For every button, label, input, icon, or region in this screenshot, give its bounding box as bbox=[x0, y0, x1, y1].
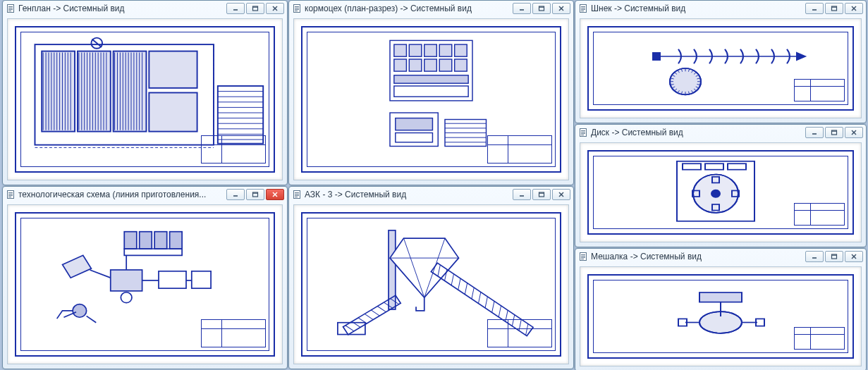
maximize-button[interactable] bbox=[825, 127, 843, 138]
maximize-button[interactable] bbox=[532, 3, 551, 14]
svg-rect-73 bbox=[439, 59, 452, 71]
child-window-w4[interactable]: технологическая схема (линия приготовлен… bbox=[2, 186, 288, 369]
document-icon bbox=[292, 4, 302, 13]
child-window-w7[interactable]: Мешалка -> Системный вид bbox=[575, 248, 867, 370]
svg-rect-72 bbox=[424, 59, 437, 71]
maximize-button[interactable] bbox=[246, 3, 264, 14]
client-area[interactable] bbox=[7, 18, 283, 180]
minimize-button[interactable] bbox=[805, 127, 824, 138]
titlebar[interactable]: Мешалка -> Системный вид bbox=[575, 249, 866, 264]
document-icon bbox=[578, 252, 588, 261]
close-button[interactable] bbox=[845, 251, 863, 262]
drawing-sheet bbox=[15, 26, 275, 173]
svg-line-141 bbox=[559, 192, 563, 197]
maximize-button[interactable] bbox=[825, 251, 843, 262]
client-area[interactable] bbox=[7, 204, 283, 364]
titlebar[interactable]: Шнек -> Системный вид bbox=[575, 1, 866, 16]
title-block bbox=[201, 135, 266, 164]
document-icon bbox=[292, 190, 302, 199]
window-controls bbox=[805, 3, 863, 14]
svg-rect-66 bbox=[409, 44, 422, 56]
title-block bbox=[487, 319, 552, 347]
client-area[interactable] bbox=[293, 204, 569, 364]
svg-rect-65 bbox=[394, 44, 407, 56]
window-title: Мешалка -> Системный вид bbox=[591, 252, 802, 261]
svg-rect-128 bbox=[140, 232, 152, 249]
minimize-button[interactable] bbox=[513, 3, 531, 14]
maximize-button[interactable] bbox=[825, 3, 843, 14]
minimize-button[interactable] bbox=[226, 189, 245, 200]
drawing-frame bbox=[20, 218, 269, 351]
window-controls bbox=[805, 127, 863, 138]
svg-rect-70 bbox=[394, 59, 407, 71]
svg-line-173 bbox=[852, 130, 856, 135]
close-button[interactable] bbox=[845, 3, 863, 14]
close-button[interactable] bbox=[845, 127, 863, 138]
titlebar[interactable]: кормоцех (план-разрез) -> Системный вид bbox=[289, 1, 573, 16]
svg-line-62 bbox=[559, 6, 563, 11]
client-area[interactable] bbox=[580, 142, 862, 242]
client-area[interactable] bbox=[580, 18, 862, 118]
minimize-button[interactable] bbox=[805, 3, 824, 14]
minimize-button[interactable] bbox=[513, 189, 531, 200]
document-icon bbox=[6, 190, 16, 199]
close-button[interactable] bbox=[552, 189, 570, 200]
svg-marker-94 bbox=[797, 53, 805, 60]
svg-rect-135 bbox=[192, 271, 211, 288]
child-window-w2[interactable]: кормоцех (план-разрез) -> Системный вид bbox=[288, 0, 574, 185]
child-window-w1[interactable]: Генплан -> Системный вид bbox=[2, 0, 288, 185]
svg-rect-74 bbox=[455, 59, 467, 71]
title-block bbox=[794, 79, 845, 101]
svg-rect-9 bbox=[114, 51, 147, 132]
client-area[interactable] bbox=[293, 18, 569, 180]
titlebar[interactable]: АЗК - 3 -> Системный вид bbox=[289, 187, 573, 202]
child-window-w6[interactable]: Диск -> Системный вид bbox=[575, 124, 867, 247]
titlebar[interactable]: технологическая схема (линия приготовлен… bbox=[3, 187, 287, 202]
svg-line-126 bbox=[273, 192, 277, 197]
document-icon bbox=[6, 4, 16, 13]
minimize-button[interactable] bbox=[805, 251, 824, 262]
titlebar[interactable]: Диск -> Системный вид bbox=[575, 125, 866, 140]
drawing-sheet bbox=[15, 212, 275, 357]
svg-rect-76 bbox=[394, 86, 468, 97]
close-button[interactable] bbox=[266, 189, 284, 200]
svg-point-133 bbox=[121, 292, 132, 303]
svg-rect-2 bbox=[253, 6, 258, 11]
window-title: Шнек -> Системный вид bbox=[591, 4, 802, 13]
maximize-button[interactable] bbox=[246, 189, 264, 200]
svg-point-180 bbox=[711, 190, 720, 197]
drawing-frame bbox=[593, 32, 848, 105]
svg-rect-68 bbox=[439, 44, 452, 56]
svg-line-190 bbox=[852, 254, 856, 259]
svg-line-5 bbox=[273, 6, 277, 11]
window-controls bbox=[226, 3, 284, 14]
svg-rect-8 bbox=[78, 51, 111, 132]
title-block bbox=[794, 203, 845, 226]
window-title: АЗК - 3 -> Системный вид bbox=[305, 190, 510, 199]
minimize-button[interactable] bbox=[226, 3, 245, 14]
svg-rect-10 bbox=[149, 51, 197, 88]
titlebar[interactable]: Генплан -> Системный вид bbox=[3, 1, 287, 16]
svg-line-189 bbox=[852, 254, 856, 259]
window-controls bbox=[513, 3, 570, 14]
svg-rect-191 bbox=[699, 292, 742, 302]
close-button[interactable] bbox=[266, 3, 284, 14]
child-window-w3[interactable]: Шнек -> Системный вид bbox=[575, 0, 867, 123]
drawing-sheet bbox=[301, 26, 561, 173]
svg-point-131 bbox=[73, 304, 87, 318]
drawing-frame bbox=[20, 32, 269, 167]
drawing-frame bbox=[593, 156, 848, 229]
child-window-w5[interactable]: АЗК - 3 -> Системный вид bbox=[288, 186, 574, 369]
svg-rect-79 bbox=[396, 133, 433, 142]
svg-rect-132 bbox=[111, 270, 142, 291]
drawing-frame bbox=[307, 32, 556, 167]
close-button[interactable] bbox=[552, 3, 570, 14]
svg-rect-123 bbox=[253, 192, 258, 197]
title-block bbox=[794, 327, 845, 350]
window-title: Диск -> Системный вид bbox=[591, 128, 802, 137]
client-area[interactable] bbox=[580, 266, 862, 366]
window-title: Генплан -> Системный вид bbox=[18, 4, 224, 13]
maximize-button[interactable] bbox=[532, 189, 551, 200]
window-controls bbox=[226, 189, 284, 200]
window-controls bbox=[513, 189, 570, 200]
